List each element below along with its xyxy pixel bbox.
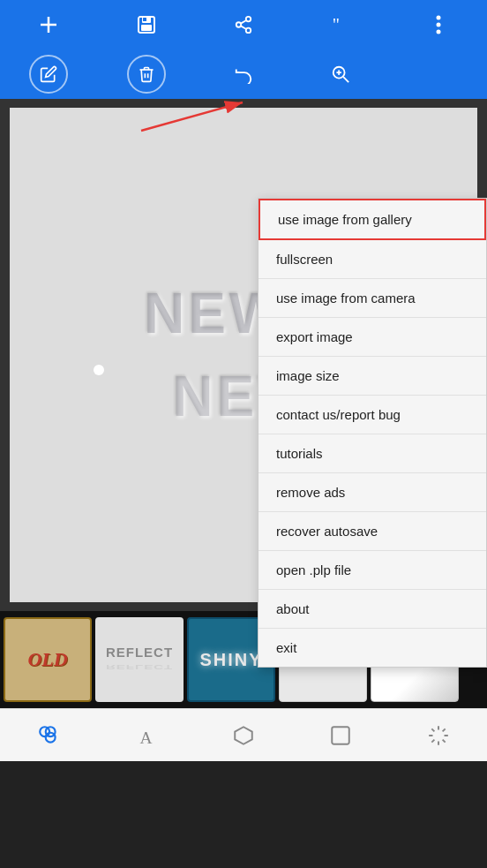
more-button[interactable] (421, 7, 456, 42)
style-thumb-reflect[interactable]: REFLECT REFLECT (95, 617, 184, 702)
svg-line-10 (241, 20, 246, 24)
share-button[interactable] (226, 7, 261, 42)
add-button[interactable] (31, 7, 66, 42)
svg-point-7 (236, 22, 242, 27)
svg-rect-26 (333, 727, 350, 744)
undo-button[interactable] (224, 55, 263, 94)
menu-item-use-image-camera[interactable]: use image from camera (258, 279, 486, 318)
trash-button[interactable] (127, 55, 166, 94)
svg-line-30 (442, 739, 445, 742)
menu-item-use-image-gallery[interactable]: use image from gallery (258, 199, 486, 240)
menu-item-image-size[interactable]: image size (258, 357, 486, 396)
svg-point-23 (46, 727, 56, 736)
svg-rect-4 (141, 25, 152, 31)
nav-frame-button[interactable] (319, 714, 362, 757)
svg-line-16 (344, 77, 349, 82)
style-reflect-label-top: REFLECT (106, 645, 173, 660)
nav-shape-button[interactable] (222, 714, 265, 757)
menu-item-export-image[interactable]: export image (258, 318, 486, 357)
svg-text:": " (333, 15, 340, 34)
menu-item-remove-ads[interactable]: remove ads (258, 473, 486, 512)
menu-item-exit[interactable]: exit (258, 629, 486, 667)
svg-point-6 (246, 17, 251, 22)
style-shiny-label: SHINY (199, 650, 262, 670)
top-toolbar: " (0, 0, 487, 49)
style-thumb-old[interactable]: OLD (4, 617, 92, 702)
menu-item-contact-us[interactable]: contact us/report bug (258, 396, 486, 434)
svg-point-8 (246, 28, 251, 33)
edit-button[interactable] (29, 55, 68, 94)
menu-item-recover-autosave[interactable]: recover autosave (258, 512, 486, 551)
dropdown-menu: use image from gallery fullscreen use im… (258, 198, 487, 668)
nav-text-button[interactable]: A (125, 714, 168, 757)
svg-line-33 (431, 739, 434, 742)
second-toolbar (0, 49, 487, 99)
svg-line-9 (241, 26, 246, 29)
bottom-nav: A (0, 708, 487, 761)
menu-item-fullscreen[interactable]: fullscreen (258, 240, 486, 279)
svg-point-13 (436, 23, 440, 27)
canvas-area: NEW T NEW use image from gallery fullscr… (0, 99, 487, 611)
menu-item-about[interactable]: about (258, 590, 486, 629)
save-button[interactable] (129, 7, 164, 42)
svg-rect-5 (143, 18, 146, 21)
nav-effects-button[interactable] (417, 714, 460, 757)
svg-line-29 (431, 728, 434, 731)
menu-item-tutorials[interactable]: tutorials (258, 434, 486, 473)
zoom-button[interactable] (321, 55, 360, 94)
svg-marker-25 (235, 727, 252, 744)
style-old-label: OLD (27, 648, 67, 671)
quote-button[interactable]: " (323, 7, 358, 42)
nav-layers-button[interactable] (27, 714, 70, 757)
canvas-dot (94, 365, 104, 375)
svg-point-12 (436, 16, 440, 20)
svg-line-34 (442, 728, 445, 731)
svg-text:A: A (139, 728, 152, 746)
svg-point-14 (436, 30, 440, 34)
menu-item-open-plp[interactable]: open .plp file (258, 551, 486, 590)
style-reflect-label-bottom: REFLECT (106, 663, 173, 671)
